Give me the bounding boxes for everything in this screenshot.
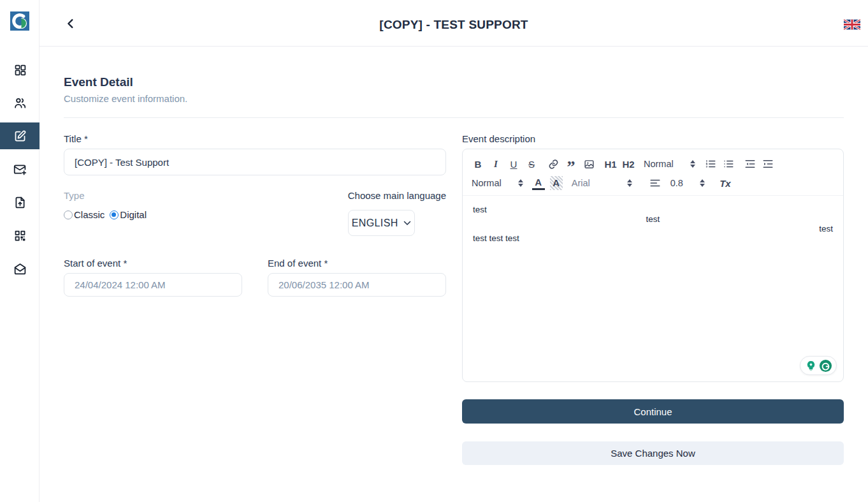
language-group: Choose main language ENGLISH: [348, 190, 446, 236]
blockquote-button[interactable]: ”: [565, 160, 577, 174]
image-icon: [584, 159, 595, 170]
section-divider: [64, 117, 844, 118]
radio-digital-label: Digital: [120, 209, 147, 220]
image-button[interactable]: [582, 157, 595, 171]
updown-arrows-icon: [627, 179, 632, 187]
header-style-value: Normal: [644, 159, 674, 169]
ordered-list-button[interactable]: [704, 157, 717, 171]
editor-line: test: [473, 224, 833, 233]
align-left-icon: [649, 177, 661, 189]
radio-classic-label: Classic: [74, 209, 105, 220]
radio-circle-icon: [110, 210, 119, 219]
grammarly-g-icon: [819, 359, 832, 373]
align-button[interactable]: [649, 176, 662, 190]
radio-type-classic[interactable]: Classic: [64, 209, 105, 220]
italic-button[interactable]: I: [489, 157, 502, 171]
sidebar-item-dashboard[interactable]: [0, 56, 40, 83]
dashboard-grid-icon: [13, 63, 27, 77]
mail-plus-icon: [13, 163, 27, 176]
language-selected-value: ENGLISH: [352, 218, 398, 229]
clear-formatting-button[interactable]: Tx: [719, 176, 732, 190]
users-icon: [13, 96, 27, 110]
end-date-input[interactable]: [268, 273, 446, 297]
uk-flag-icon[interactable]: [844, 18, 860, 31]
description-panel: Event description B I U S: [462, 133, 844, 465]
title-input[interactable]: [64, 149, 446, 175]
sidebar-nav: [0, 56, 40, 288]
line-height-dropdown[interactable]: 0.8: [670, 178, 705, 188]
language-label: Choose main language: [348, 190, 446, 201]
start-date-input[interactable]: [64, 273, 242, 297]
rich-text-editor: B I U S: [462, 149, 844, 382]
outdent-icon: [744, 158, 756, 170]
description-label: Event description: [462, 133, 844, 144]
strikethrough-button[interactable]: S: [525, 157, 538, 171]
heading2-button[interactable]: H2: [622, 157, 635, 171]
event-form: Title * Type Classic Digital: [64, 133, 446, 465]
page-title: Event Detail: [64, 75, 844, 89]
type-group: Type Classic Digital: [64, 190, 152, 236]
font-dropdown[interactable]: Arial: [572, 178, 632, 188]
sidebar-item-event-editor[interactable]: [0, 122, 40, 149]
header-style-dropdown[interactable]: Normal: [644, 159, 695, 169]
end-date-label: End of event *: [268, 258, 446, 269]
radio-type-digital[interactable]: Digital: [110, 209, 147, 220]
main-content: Event Detail Customize event information…: [40, 47, 868, 502]
title-label: Title *: [64, 133, 446, 144]
grammarly-widget[interactable]: [800, 356, 837, 375]
bold-button[interactable]: B: [472, 157, 484, 171]
background-color-button[interactable]: A: [550, 176, 563, 190]
start-date-label: Start of event *: [64, 258, 242, 269]
sidebar-item-qr-codes[interactable]: [0, 222, 40, 249]
editor-toolbar: B I U S: [463, 149, 843, 196]
size-value: Normal: [472, 178, 502, 188]
link-button[interactable]: [547, 157, 560, 171]
sidebar-item-import[interactable]: [0, 189, 40, 216]
chevron-down-icon: [403, 221, 411, 226]
editor-line: test: [473, 214, 833, 224]
updown-arrows-icon: [690, 160, 695, 168]
app-logo[interactable]: [10, 11, 29, 31]
updown-arrows-icon: [700, 179, 705, 187]
sidebar-item-users[interactable]: [0, 89, 40, 116]
editor-line: test: [473, 205, 833, 214]
underline-button[interactable]: U: [507, 157, 520, 171]
heading1-button[interactable]: H1: [604, 157, 617, 171]
outdent-button[interactable]: [744, 157, 756, 171]
page-header-title: [COPY] - TEST SUPPORT: [40, 18, 868, 32]
continue-button[interactable]: Continue: [462, 399, 844, 424]
radio-circle-icon: [64, 210, 73, 219]
updown-arrows-icon: [518, 179, 523, 187]
line-height-value: 0.8: [670, 178, 683, 188]
save-changes-button[interactable]: Save Changes Now: [462, 441, 844, 465]
indent-icon: [762, 158, 774, 170]
font-value: Arial: [572, 178, 590, 188]
language-select[interactable]: ENGLISH: [348, 210, 415, 236]
sidebar: [0, 0, 40, 502]
indent-button[interactable]: [762, 157, 774, 171]
editor-line: test test test: [473, 233, 833, 243]
edit-square-icon: [13, 129, 27, 143]
link-icon: [548, 159, 559, 170]
size-dropdown[interactable]: Normal: [472, 178, 523, 188]
text-color-button[interactable]: A: [532, 176, 545, 190]
top-header: [COPY] - TEST SUPPORT: [40, 0, 868, 47]
type-label: Type: [64, 190, 152, 201]
envelope-open-icon: [13, 262, 27, 276]
sidebar-item-mail-create[interactable]: [0, 156, 40, 182]
qr-code-icon: [13, 229, 27, 242]
ordered-list-icon: [705, 158, 716, 170]
bullet-list-icon: [723, 158, 734, 170]
suggestion-bulb-icon: [805, 360, 817, 372]
bullet-list-button[interactable]: [722, 157, 735, 171]
file-upload-icon: [13, 196, 27, 209]
editor-content-area[interactable]: test test test test test test: [463, 196, 843, 252]
page-subtitle: Customize event information.: [64, 93, 844, 104]
sidebar-item-messages[interactable]: [0, 255, 40, 282]
